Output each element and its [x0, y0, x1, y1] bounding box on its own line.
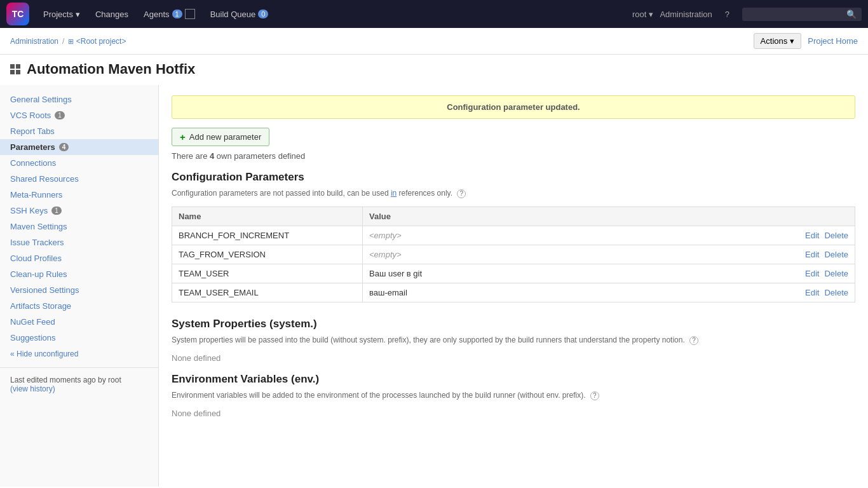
sidebar-item-label: Cloud Profiles — [10, 254, 62, 263]
table-row: TAG_FROM_VERSION <empty> Edit Delete — [172, 245, 855, 264]
sidebar-item-vcs-roots[interactable]: VCS Roots 1 — [0, 107, 158, 123]
sidebar-item-meta-runners[interactable]: Meta-Runners — [0, 187, 158, 203]
breadcrumb-root-project[interactable]: ⊞ <Root project> — [68, 37, 126, 46]
breadcrumb: Administration / ⊞ <Root project> — [10, 37, 126, 46]
param-actions: Edit Delete — [805, 288, 848, 297]
system-props-desc: System properties will be passed into th… — [172, 334, 855, 346]
sidebar-item-parameters[interactable]: Parameters 4 — [0, 139, 158, 155]
nav-help[interactable]: ? — [719, 6, 736, 23]
param-name: TAG_FROM_VERSION — [172, 245, 363, 264]
param-name: BRANCH_FOR_INCREMENT — [172, 226, 363, 245]
dropdown-arrow-icon: ▾ — [790, 36, 794, 46]
page-title-bar: Automation Maven Hotfix — [0, 55, 868, 85]
add-parameter-button[interactable]: + Add new parameter — [172, 128, 269, 146]
sidebar-item-label: Connections — [10, 158, 56, 168]
system-props-title: System Properties (system.) — [172, 318, 855, 330]
caret-icon: ▾ — [649, 10, 653, 19]
sidebar-item-shared-resources[interactable]: Shared Resources — [0, 171, 158, 187]
sidebar-item-versioned-settings[interactable]: Versioned Settings — [0, 282, 158, 298]
param-value-cell: Ваш user в git Edit Delete — [363, 264, 855, 283]
search-input[interactable] — [747, 10, 843, 19]
sidebar-item-label: Versioned Settings — [10, 285, 79, 295]
env-vars-desc: Environment variables will be added to t… — [172, 390, 855, 401]
param-count: 4 — [210, 151, 214, 161]
sidebar-item-connections[interactable]: Connections — [0, 155, 158, 171]
param-name: TEAM_USER_EMAIL — [172, 283, 363, 302]
param-value: Ваш user в git — [369, 269, 422, 278]
sidebar-badge: 1 — [51, 207, 62, 215]
sidebar-footer: Last edited moments ago by root (view hi… — [0, 367, 158, 401]
agents-badge: 1 — [172, 10, 182, 18]
edit-param-link[interactable]: Edit — [805, 269, 819, 278]
delete-param-link[interactable]: Delete — [824, 231, 848, 240]
sidebar-item-clean-up-rules[interactable]: Clean-up Rules — [0, 266, 158, 282]
table-row: BRANCH_FOR_INCREMENT <empty> Edit Delete — [172, 226, 855, 245]
nav-build-queue[interactable]: Build Queue 0 — [204, 6, 275, 23]
breadcrumb-actions: Actions ▾ Project Home — [754, 33, 858, 49]
sidebar-item-label: General Settings — [10, 95, 72, 104]
project-home-link[interactable]: Project Home — [808, 36, 858, 46]
config-params-desc: Configuration parameters are not passed … — [172, 187, 855, 199]
sidebar-item-nuget-feed[interactable]: NuGet Feed — [0, 314, 158, 330]
system-props-none: None defined — [172, 353, 855, 363]
sidebar-item-label: Issue Trackers — [10, 238, 64, 247]
delete-param-link[interactable]: Delete — [824, 269, 848, 278]
env-vars-title: Environment Variables (env.) — [172, 373, 855, 386]
nav-projects[interactable]: Projects ▾ — [37, 6, 86, 23]
last-edited-text: Last edited moments ago by root — [10, 376, 148, 384]
edit-param-link[interactable]: Edit — [805, 250, 819, 259]
alert-banner: Configuration parameter updated. — [172, 95, 855, 119]
nav-agents[interactable]: Agents 1 — [137, 5, 201, 23]
grid-icon: ⊞ — [68, 37, 74, 45]
col-header-value: Value — [363, 207, 855, 226]
add-param-label: Add new parameter — [189, 132, 261, 142]
param-actions: Edit Delete — [805, 269, 848, 278]
app-logo: TC — [6, 3, 29, 25]
param-value-cell: <empty> Edit Delete — [363, 245, 855, 264]
param-actions: Edit Delete — [805, 231, 848, 240]
sidebar-item-artifacts-storage[interactable]: Artifacts Storage — [0, 298, 158, 314]
edit-param-link[interactable]: Edit — [805, 288, 819, 297]
sidebar-item-general-settings[interactable]: General Settings — [0, 92, 158, 107]
in-link[interactable]: in — [391, 189, 397, 198]
breadcrumb-separator: / — [62, 37, 64, 46]
param-value-empty: <empty> — [369, 231, 402, 240]
project-icon — [10, 64, 22, 74]
sidebar-item-ssh-keys[interactable]: SSH Keys 1 — [0, 203, 158, 219]
edit-param-link[interactable]: Edit — [805, 231, 819, 240]
breadcrumb-bar: Administration / ⊞ <Root project> Action… — [0, 28, 868, 55]
nav-right-section: root ▾ Administration ? 🔍 — [632, 6, 862, 23]
param-value: ваш-email — [369, 288, 407, 297]
delete-param-link[interactable]: Delete — [824, 288, 848, 297]
sidebar-item-maven-settings[interactable]: Maven Settings — [0, 219, 158, 234]
sidebar-item-label: NuGet Feed — [10, 317, 55, 327]
sidebar-item-label: Artifacts Storage — [10, 301, 71, 311]
config-params-title: Configuration Parameters — [172, 171, 855, 184]
sidebar-item-issue-trackers[interactable]: Issue Trackers — [0, 234, 158, 250]
delete-param-link[interactable]: Delete — [824, 250, 848, 259]
actions-button[interactable]: Actions ▾ — [754, 33, 802, 49]
nav-changes[interactable]: Changes — [89, 6, 135, 23]
plus-icon: + — [180, 132, 186, 142]
sidebar-item-cloud-profiles[interactable]: Cloud Profiles — [0, 250, 158, 266]
sidebar-badge: 4 — [59, 143, 69, 151]
help-icon-system[interactable]: ? — [689, 336, 698, 345]
param-actions: Edit Delete — [805, 250, 848, 259]
sidebar-item-report-tabs[interactable]: Report Tabs — [0, 123, 158, 139]
col-header-name: Name — [172, 207, 363, 226]
help-icon-config[interactable]: ? — [457, 189, 466, 198]
param-value-empty: <empty> — [369, 250, 402, 259]
param-count-text: There are 4 own parameters defined — [172, 151, 855, 161]
help-icon-env[interactable]: ? — [590, 391, 599, 400]
view-history-link[interactable]: (view history) — [10, 384, 55, 393]
sidebar-item-label: VCS Roots — [10, 111, 51, 120]
sidebar-item-suggestions[interactable]: Suggestions — [0, 330, 158, 346]
nav-administration[interactable]: Administration — [660, 10, 712, 19]
search-box[interactable]: 🔍 — [742, 8, 862, 21]
main-content: Configuration parameter updated. + Add n… — [159, 85, 868, 487]
hide-unconfigured[interactable]: « Hide unconfigured — [0, 346, 158, 362]
user-menu[interactable]: root ▾ — [632, 10, 653, 19]
breadcrumb-admin[interactable]: Administration — [10, 37, 58, 46]
page-title: Automation Maven Hotfix — [27, 61, 195, 78]
sidebar: General SettingsVCS Roots 1Report TabsPa… — [0, 85, 159, 487]
